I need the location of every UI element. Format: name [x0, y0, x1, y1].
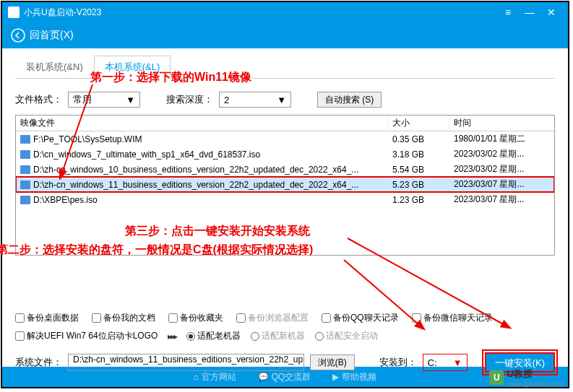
table-row[interactable]: D:\cn_windows_7_ultimate_with_sp1_x64_dv… — [16, 147, 554, 162]
back-label: 回首页(X) — [30, 29, 74, 42]
home-icon: ⌂ — [194, 372, 199, 382]
chevron-down-icon: ▼ — [453, 357, 462, 368]
nav-bar: 回首页(X) — [2, 22, 568, 48]
video-icon: ▶ — [332, 372, 339, 382]
chevron-down-icon: ▼ — [277, 95, 286, 105]
minimize-icon[interactable]: — — [519, 6, 540, 18]
window-title: 小兵U盘启动-V2023 — [24, 6, 101, 19]
table-row[interactable]: F:\Pe_TOOL\SysSetup.WIM 0.35 GB 1980/01/… — [16, 131, 554, 147]
check-backup-qq[interactable]: 备份QQ聊天记录 — [322, 312, 399, 324]
watermark: U U教授 www.ujiaoshou.com — [489, 367, 564, 388]
table-row[interactable]: D:\zh-cn_windows_11_business_editions_ve… — [16, 177, 554, 192]
install-to-select[interactable]: C: ▼ — [423, 354, 468, 371]
radio-new-machine[interactable]: 适配新机器 — [251, 330, 305, 342]
file-icon — [20, 150, 30, 159]
footer-help-video[interactable]: ▶帮助视频 — [332, 371, 376, 383]
check-backup-wechat[interactable]: 备份微信聊天记录 — [412, 312, 493, 324]
file-format-label: 文件格式： — [15, 93, 62, 106]
file-icon — [20, 180, 30, 189]
tab-local-system[interactable]: 本机系统(&L) — [94, 56, 171, 79]
arrows-icon: ▸▸▸ — [168, 331, 176, 341]
check-backup-browser[interactable]: 备份浏览器配置 — [236, 312, 309, 324]
radio-secure-boot[interactable]: 适配安全启动 — [315, 330, 378, 342]
tabs: 装机系统(&N) 本机系统(&L) — [15, 56, 555, 79]
back-home-button[interactable]: 回首页(X) — [11, 28, 74, 43]
title-bar: 小兵U盘启动-V2023 ≡ — ✕ — [2, 2, 568, 22]
back-arrow-icon — [11, 28, 25, 43]
col-time[interactable]: 时间 — [449, 117, 554, 129]
search-depth-label: 搜索深度： — [166, 93, 213, 106]
image-table: 映像文件 大小 时间 F:\Pe_TOOL\SysSetup.WIM 0.35 … — [15, 115, 555, 256]
col-image[interactable]: 映像文件 — [16, 117, 388, 129]
chat-icon: 💬 — [258, 372, 269, 382]
file-format-select[interactable]: 常用 ▼ — [68, 92, 140, 108]
file-icon — [20, 196, 30, 204]
check-uefi-win7[interactable]: 解决UEFI Win7 64位启动卡LOGO — [15, 330, 158, 342]
install-to-label: 安装到： — [379, 356, 417, 369]
browse-button[interactable]: 浏览(B) — [310, 354, 355, 370]
check-backup-docs[interactable]: 备份我的文档 — [92, 312, 155, 324]
app-logo-icon — [8, 6, 20, 18]
check-backup-desktop[interactable]: 备份桌面数据 — [15, 312, 79, 324]
check-backup-fav[interactable]: 备份收藏夹 — [168, 312, 223, 324]
radio-old-machine[interactable]: 适配老机器 — [186, 330, 241, 342]
menu-icon[interactable]: ≡ — [497, 6, 519, 18]
sysfile-input[interactable]: D:\zh-cn_windows_11_business_editions_ve… — [68, 354, 304, 371]
tab-install-system[interactable]: 装机系统(&N) — [15, 56, 94, 78]
close-icon[interactable]: ✕ — [540, 6, 562, 18]
table-row[interactable]: D:\zh-cn_windows_10_business_editions_ve… — [16, 162, 554, 177]
svg-point-0 — [12, 29, 25, 42]
auto-search-button[interactable]: 自动搜索 (S) — [317, 92, 382, 108]
search-depth-select[interactable]: 2 ▼ — [219, 92, 291, 108]
watermark-badge-icon: U — [489, 370, 504, 385]
table-row[interactable]: D:\XBPE\pes.iso 1.23 GB 2023/03/07 星期... — [16, 192, 554, 207]
file-icon — [20, 135, 30, 144]
chevron-down-icon: ▼ — [126, 95, 135, 105]
sysfile-label: 系统文件： — [15, 356, 62, 369]
footer-qq-group[interactable]: 💬QQ交流群 — [258, 371, 311, 383]
col-size[interactable]: 大小 — [388, 117, 449, 129]
footer-website[interactable]: ⌂官方网站 — [194, 371, 236, 383]
file-icon — [20, 165, 30, 174]
